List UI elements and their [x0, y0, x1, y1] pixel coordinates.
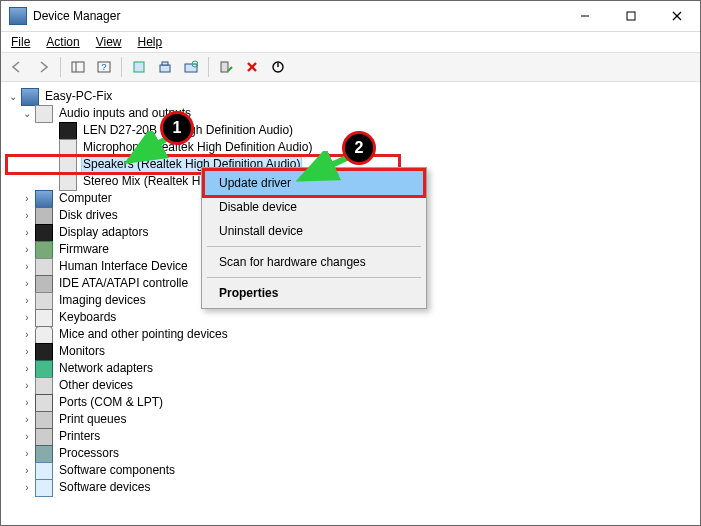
expand-icon[interactable]: › — [21, 360, 33, 377]
expand-icon[interactable]: › — [21, 224, 33, 241]
menu-action[interactable]: Action — [40, 34, 85, 50]
expand-icon[interactable]: › — [21, 377, 33, 394]
expand-icon[interactable]: › — [21, 275, 33, 292]
category-label: Ports (COM & LPT) — [57, 394, 165, 411]
app-icon — [9, 7, 27, 25]
disable-device-button[interactable] — [266, 55, 290, 79]
category-label: Print queues — [57, 411, 128, 428]
expand-icon[interactable]: › — [21, 411, 33, 428]
ctx-properties[interactable]: Properties — [205, 281, 423, 305]
other-icon — [35, 377, 53, 395]
svg-rect-4 — [72, 62, 84, 72]
svg-rect-11 — [185, 64, 197, 72]
hid-icon — [35, 258, 53, 276]
category-label: Firmware — [57, 241, 111, 258]
uninstall-device-button[interactable] — [240, 55, 264, 79]
svg-text:?: ? — [101, 62, 106, 72]
annotation-badge-1: 1 — [160, 111, 194, 145]
category-label: Printers — [57, 428, 102, 445]
properties-button[interactable] — [127, 55, 151, 79]
svg-rect-10 — [162, 62, 168, 65]
category-label: Disk drives — [57, 207, 120, 224]
root-label: Easy-PC-Fix — [43, 88, 114, 105]
ide-icon — [35, 275, 53, 293]
software-icon — [35, 479, 53, 497]
category-label: Processors — [57, 445, 121, 462]
category-software-devices[interactable]: ›Software devices — [7, 479, 696, 496]
help-button[interactable]: ? — [92, 55, 116, 79]
category-keyboards[interactable]: ›Keyboards — [7, 309, 696, 326]
firmware-icon — [35, 241, 53, 259]
tree-root[interactable]: ⌄ Easy-PC-Fix — [7, 88, 696, 105]
expand-icon[interactable]: › — [21, 207, 33, 224]
maximize-button[interactable] — [608, 1, 654, 31]
stereo-mix-icon — [59, 173, 77, 191]
keyboard-icon — [35, 309, 53, 327]
expand-icon[interactable]: › — [21, 241, 33, 258]
collapse-icon[interactable]: ⌄ — [7, 88, 19, 105]
svg-rect-8 — [134, 62, 144, 72]
expand-icon[interactable]: › — [21, 394, 33, 411]
category-mice[interactable]: ›Mice and other pointing devices — [7, 326, 696, 343]
category-label: IDE ATA/ATAPI controlle — [57, 275, 190, 292]
expand-icon[interactable]: › — [21, 343, 33, 360]
category-processors[interactable]: ›Processors — [7, 445, 696, 462]
svg-rect-13 — [221, 62, 228, 72]
category-network[interactable]: ›Network adapters — [7, 360, 696, 377]
separator — [207, 246, 421, 247]
forward-button[interactable] — [31, 55, 55, 79]
expand-icon[interactable]: › — [21, 428, 33, 445]
category-other[interactable]: ›Other devices — [7, 377, 696, 394]
svg-rect-9 — [160, 65, 170, 72]
ctx-scan-hardware[interactable]: Scan for hardware changes — [205, 250, 423, 274]
category-label: Human Interface Device — [57, 258, 190, 275]
network-icon — [35, 360, 53, 378]
monitor-icon — [59, 122, 77, 140]
device-label: Stereo Mix (Realtek H — [81, 173, 202, 190]
window-controls — [562, 1, 700, 31]
expand-icon[interactable]: › — [21, 190, 33, 207]
category-audio[interactable]: ⌄ Audio inputs and outputs — [7, 105, 696, 122]
category-label: Software devices — [57, 479, 152, 496]
device-label: Microphone (Realtek High Definition Audi… — [81, 139, 314, 156]
category-software-components[interactable]: ›Software components — [7, 462, 696, 479]
expand-icon[interactable]: › — [21, 258, 33, 275]
print-queue-icon — [35, 411, 53, 429]
software-icon — [35, 462, 53, 480]
separator — [207, 277, 421, 278]
expand-icon[interactable]: › — [21, 462, 33, 479]
scan-hardware-button[interactable] — [179, 55, 203, 79]
menu-help[interactable]: Help — [132, 34, 169, 50]
processor-icon — [35, 445, 53, 463]
menu-view[interactable]: View — [90, 34, 128, 50]
collapse-icon[interactable]: ⌄ — [21, 105, 33, 122]
expand-icon[interactable]: › — [21, 445, 33, 462]
computer-icon — [35, 190, 53, 208]
display-icon — [35, 224, 53, 242]
ctx-disable-device[interactable]: Disable device — [205, 195, 423, 219]
close-button[interactable] — [654, 1, 700, 31]
menu-file[interactable]: File — [5, 34, 36, 50]
category-label: Software components — [57, 462, 177, 479]
device-manager-window: Device Manager File Action View Help ? ⌄ — [0, 0, 701, 526]
printer-icon — [35, 428, 53, 446]
category-label: Keyboards — [57, 309, 118, 326]
category-label: Imaging devices — [57, 292, 148, 309]
expand-icon[interactable]: › — [21, 309, 33, 326]
expand-icon[interactable]: › — [21, 479, 33, 496]
toolbar: ? — [1, 52, 700, 82]
expand-icon[interactable]: › — [21, 292, 33, 309]
minimize-button[interactable] — [562, 1, 608, 31]
enable-device-button[interactable] — [214, 55, 238, 79]
back-button[interactable] — [5, 55, 29, 79]
category-print-queues[interactable]: ›Print queues — [7, 411, 696, 428]
expand-icon[interactable]: › — [21, 326, 33, 343]
monitor-icon — [35, 343, 53, 361]
category-printers[interactable]: ›Printers — [7, 428, 696, 445]
category-ports[interactable]: ›Ports (COM & LPT) — [7, 394, 696, 411]
show-hide-tree-button[interactable] — [66, 55, 90, 79]
category-monitors[interactable]: ›Monitors — [7, 343, 696, 360]
window-title: Device Manager — [33, 9, 562, 23]
update-driver-button[interactable] — [153, 55, 177, 79]
ctx-uninstall-device[interactable]: Uninstall device — [205, 219, 423, 243]
